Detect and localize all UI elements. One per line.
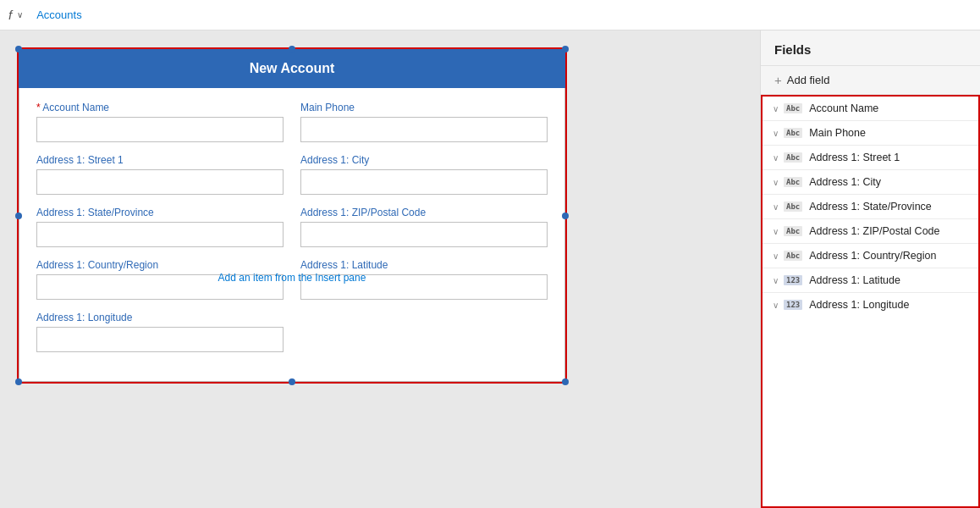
label-address-state: Address 1: State/Province [36,207,284,218]
form-header: New Account [19,49,565,88]
chevron-longitude: ∨ [773,301,779,310]
icon-account-name: Abc [784,103,802,113]
chevron-state: ∨ [773,202,779,212]
input-account-name[interactable] [36,117,284,142]
add-item-hint: Add an item from the Insert pane [218,272,366,284]
label-main-phone: Main Phone [300,102,548,113]
main-area: New Account Account Name Main Phone [0,30,980,508]
field-item-longitude[interactable]: ∨ 123 Address 1: Longitude [763,293,978,317]
field-item-zip[interactable]: ∨ Abc Address 1: ZIP/Postal Code [763,219,978,244]
icon-state: Abc [784,202,802,212]
input-main-phone[interactable] [300,117,548,142]
name-zip: Address 1: ZIP/Postal Code [809,225,939,237]
icon-street: Abc [784,152,802,163]
right-panel: Fields + Add field ∨ Abc Account Name ∨ … [760,30,980,508]
input-address-street[interactable] [36,169,284,195]
formula-bar: f ∨ Accounts [0,0,980,30]
input-address-longitude[interactable] [36,327,284,352]
field-item-country[interactable]: ∨ Abc Address 1: Country/Region [763,244,978,268]
field-group-account-name: Account Name [36,102,284,142]
canvas-area: New Account Account Name Main Phone [0,30,760,508]
handle-bot-right[interactable] [562,378,569,385]
icon-zip: Abc [784,226,802,236]
name-city: Address 1: City [809,176,881,188]
chevron-account-name: ∨ [773,104,779,113]
handle-top-center[interactable] [289,46,295,52]
label-address-country: Address 1: Country/Region [36,259,284,271]
formula-chevron[interactable]: ∨ [17,10,23,19]
field-group-address-longitude: Address 1: Longitude [36,312,284,352]
label-account-name: Account Name [36,102,284,113]
field-group-main-phone: Main Phone [300,102,548,142]
form-container: New Account Account Name Main Phone [17,47,567,384]
chevron-street: ∨ [773,153,779,163]
field-item-main-phone[interactable]: ∨ Abc Main Phone [763,121,978,146]
name-account-name: Account Name [809,102,878,114]
panel-title: Fields [761,30,980,66]
field-group-address-state: Address 1: State/Province [36,207,284,247]
chevron-zip: ∨ [773,227,779,236]
field-item-latitude[interactable]: ∨ 123 Address 1: Latitude [763,268,978,293]
field-group-address-street: Address 1: Street 1 [36,154,284,195]
handle-top-left[interactable] [15,46,22,52]
chevron-country: ∨ [773,251,779,261]
name-longitude: Address 1: Longitude [809,299,909,311]
formula-context: Accounts [36,8,81,21]
label-address-street: Address 1: Street 1 [36,154,284,166]
fields-list: ∨ Abc Account Name ∨ Abc Main Phone ∨ Ab… [761,95,980,508]
field-item-city[interactable]: ∨ Abc Address 1: City [763,170,978,195]
name-country: Address 1: Country/Region [809,250,936,262]
handle-top-right[interactable] [562,46,569,52]
handle-mid-right[interactable] [562,213,569,219]
label-address-latitude: Address 1: Latitude [300,259,548,271]
name-state: Address 1: State/Province [809,201,932,213]
handle-bot-center[interactable] [289,378,295,385]
label-address-city: Address 1: City [300,154,548,166]
form-grid: Account Name Main Phone Address 1: Stree… [36,102,548,364]
input-address-zip[interactable] [300,222,548,247]
chevron-latitude: ∨ [773,276,779,285]
icon-main-phone: Abc [784,128,802,138]
form-body: Account Name Main Phone Address 1: Stree… [19,88,565,382]
label-address-zip: Address 1: ZIP/Postal Code [300,207,548,218]
icon-country: Abc [784,251,802,261]
field-group-address-zip: Address 1: ZIP/Postal Code [300,207,548,247]
handle-bot-left[interactable] [15,378,22,385]
plus-icon: + [774,73,782,87]
icon-latitude: 123 [784,275,802,285]
name-street: Address 1: Street 1 [809,152,900,163]
field-group-address-city: Address 1: City [300,154,548,195]
field-item-state[interactable]: ∨ Abc Address 1: State/Province [763,195,978,219]
add-field-button[interactable]: + Add field [761,66,980,95]
name-main-phone: Main Phone [809,127,866,139]
form-title: New Account [250,61,335,75]
handle-mid-left[interactable] [15,213,22,219]
empty-cell [300,312,548,364]
label-address-longitude: Address 1: Longitude [36,312,284,323]
name-latitude: Address 1: Latitude [809,274,900,286]
input-address-state[interactable] [36,222,284,247]
input-address-city[interactable] [300,169,548,195]
chevron-main-phone: ∨ [773,129,779,138]
add-field-label: Add field [787,74,830,86]
formula-icon: f [8,8,12,22]
chevron-city: ∨ [773,178,779,187]
icon-city: Abc [784,177,802,187]
field-item-account-name[interactable]: ∨ Abc Account Name [763,97,978,121]
field-item-street[interactable]: ∨ Abc Address 1: Street 1 [763,146,978,170]
icon-longitude: 123 [784,300,802,310]
